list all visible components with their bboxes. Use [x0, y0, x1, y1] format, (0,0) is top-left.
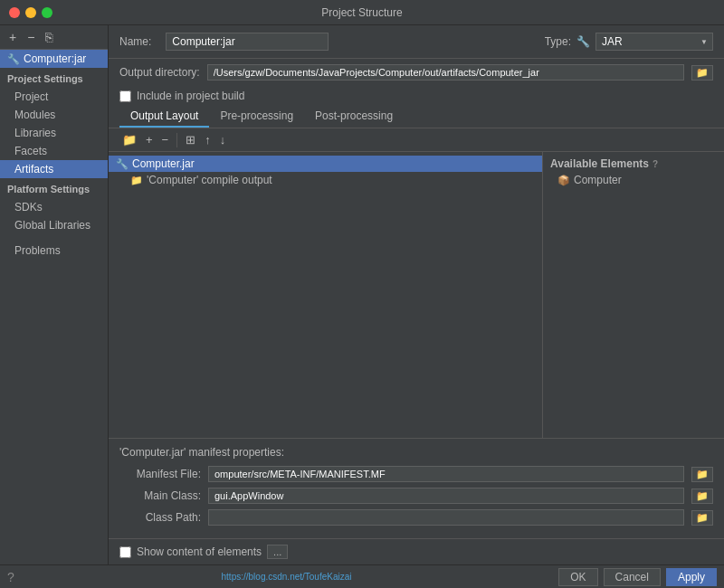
tab-pre-processing[interactable]: Pre-processing [209, 106, 304, 128]
sidebar-item-facets[interactable]: Facets [0, 142, 108, 160]
include-project-build-row: Include in project build [109, 86, 724, 106]
main-class-row: Main Class: 📁 [119, 488, 713, 504]
main-class-input[interactable] [208, 488, 684, 504]
grid-view-button[interactable]: ⊞ [183, 132, 198, 147]
bottom-link[interactable]: https://blog.csdn.net/ToufeKaizai [222, 572, 352, 582]
available-help-icon: ? [653, 159, 658, 169]
type-section: Type: 🔧 JAR Other [545, 33, 713, 51]
type-select[interactable]: JAR Other [595, 33, 713, 51]
class-path-input[interactable] [208, 509, 684, 526]
title-bar: Project Structure [0, 0, 724, 25]
manifest-file-row: Manifest File: 📁 [119, 466, 713, 482]
manifest-file-browse-button[interactable]: 📁 [691, 467, 713, 482]
output-dir-label: Output directory: [119, 66, 200, 79]
close-button[interactable] [9, 7, 20, 18]
name-type-row: Name: Type: 🔧 JAR Other [109, 25, 724, 59]
add-artifact-button[interactable]: + [5, 29, 20, 45]
ok-button[interactable]: OK [558, 568, 597, 586]
sidebar-item-project[interactable]: Project [0, 88, 108, 106]
help-button[interactable]: ? [7, 570, 14, 584]
cancel-button[interactable]: Cancel [604, 568, 661, 586]
project-settings-header: Project Settings [0, 68, 108, 88]
tree-folder-icon: 📁 [130, 175, 143, 186]
bottom-buttons: OK Cancel Apply [558, 568, 717, 586]
manifest-section: 'Computer.jar' manifest properties: Mani… [109, 438, 724, 538]
content-area: Name: Type: 🔧 JAR Other Output directory… [109, 25, 724, 564]
window-title: Project Structure [321, 6, 402, 19]
class-path-label: Class Path: [119, 511, 201, 524]
include-project-build-label: Include in project build [137, 90, 244, 102]
manifest-file-label: Manifest File: [119, 468, 201, 480]
tree-item-computer-jar[interactable]: 🔧 Computer.jar [109, 156, 542, 172]
sidebar-item-sdks[interactable]: SDKs [0, 198, 108, 216]
manifest-title: 'Computer.jar' manifest properties: [119, 446, 713, 459]
bottom-bar: ? https://blog.csdn.net/ToufeKaizai OK C… [0, 564, 724, 588]
type-label: Type: [545, 35, 571, 48]
show-content-label: Show content of elements [137, 545, 262, 558]
type-select-wrapper: JAR Other [595, 33, 713, 51]
tree-panel: 🔧 Computer.jar 📁 'Computer' compile outp… [109, 152, 543, 438]
move-up-button[interactable]: ↑ [202, 132, 214, 147]
tab-post-processing[interactable]: Post-processing [304, 106, 404, 128]
selected-artifact[interactable]: 🔧 Computer:jar [0, 50, 108, 68]
platform-settings-header: Platform Settings [0, 178, 108, 198]
output-dir-input[interactable] [207, 64, 684, 81]
main-class-label: Main Class: [119, 489, 201, 502]
move-down-button[interactable]: ↓ [217, 132, 229, 147]
sidebar-item-global-libraries[interactable]: Global Libraries [0, 216, 108, 234]
layout-toolbar: 📁 + − ⊞ ↑ ↓ [109, 128, 724, 152]
class-path-browse-button[interactable]: 📁 [691, 510, 713, 526]
minimize-button[interactable] [25, 7, 36, 18]
apply-button[interactable]: Apply [666, 568, 717, 586]
output-dir-row: Output directory: 📁 [109, 59, 724, 86]
tree-item-compile-output[interactable]: 📁 'Computer' compile output [109, 172, 542, 188]
create-dir-button[interactable]: 📁 [119, 132, 139, 147]
class-path-row: Class Path: 📁 [119, 509, 713, 526]
sidebar-item-modules[interactable]: Modules [0, 106, 108, 124]
sidebar-item-problems[interactable]: Problems [0, 242, 108, 260]
manifest-file-input[interactable] [208, 466, 684, 482]
available-elements-header: Available Elements ? [543, 156, 724, 172]
add-element-button[interactable]: + [143, 132, 156, 147]
tree-jar-icon: 🔧 [116, 158, 129, 170]
name-input[interactable] [166, 33, 329, 51]
remove-artifact-button[interactable]: − [24, 29, 38, 45]
maximize-button[interactable] [42, 7, 52, 18]
available-item-computer[interactable]: 📦 Computer [543, 172, 724, 188]
output-dir-browse-button[interactable]: 📁 [691, 65, 713, 81]
module-icon: 📦 [557, 175, 570, 186]
tabs-row: Output Layout Pre-processing Post-proces… [109, 106, 724, 128]
show-content-button[interactable]: ... [267, 545, 288, 559]
artifact-label: Computer:jar [24, 52, 86, 65]
sidebar-item-artifacts[interactable]: Artifacts [0, 160, 108, 178]
available-panel: Available Elements ? 📦 Computer [543, 152, 724, 438]
layout-content: 📁 + − ⊞ ↑ ↓ 🔧 Computer.jar 📁 [109, 128, 724, 564]
tree-jar-label: Computer.jar [132, 157, 195, 170]
name-label: Name: [119, 35, 151, 48]
sidebar-item-libraries[interactable]: Libraries [0, 124, 108, 142]
artifact-jar-icon: 🔧 [7, 53, 20, 65]
include-project-build-checkbox[interactable] [119, 90, 131, 102]
show-content-row: Show content of elements ... [109, 538, 724, 564]
remove-element-button[interactable]: − [159, 132, 172, 147]
sidebar: + − ⎘ 🔧 Computer:jar Project Settings Pr… [0, 25, 109, 564]
jar-type-icon: 🔧 [576, 35, 590, 48]
tab-output-layout[interactable]: Output Layout [119, 106, 209, 128]
tree-compile-label: 'Computer' compile output [147, 174, 272, 186]
available-computer-label: Computer [574, 174, 622, 186]
copy-artifact-button[interactable]: ⎘ [42, 29, 56, 45]
window-controls [9, 7, 52, 18]
main-container: + − ⎘ 🔧 Computer:jar Project Settings Pr… [0, 25, 724, 564]
sidebar-toolbar: + − ⎘ [0, 25, 108, 50]
two-panel: 🔧 Computer.jar 📁 'Computer' compile outp… [109, 152, 724, 438]
toolbar-separator [176, 133, 177, 147]
show-content-checkbox[interactable] [119, 546, 131, 558]
main-class-browse-button[interactable]: 📁 [691, 488, 713, 504]
